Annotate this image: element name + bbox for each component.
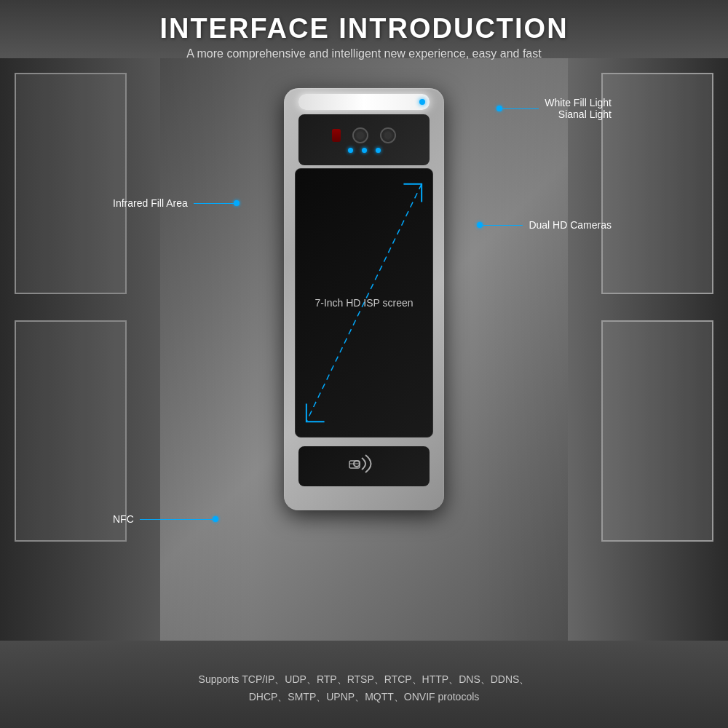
infrared-fill-label: Infrared Fill Area	[113, 197, 188, 209]
annotation-line-nfc	[140, 519, 213, 520]
white-fill-light-label-2: Sianal Light	[558, 108, 612, 120]
signal-dot	[419, 99, 425, 105]
sensor-area	[298, 114, 430, 165]
annotation-line-wfl	[502, 108, 539, 109]
device: 7-Inch HD ISP screen	[284, 88, 444, 510]
ir-sensor	[332, 129, 341, 142]
annotation-white-fill-light: White Fill Light Sianal Light	[451, 97, 612, 120]
main-screen: 7-Inch HD ISP screen	[295, 168, 433, 438]
white-fill-light-label-1: White Fill Light	[545, 97, 612, 108]
nfc-icon	[346, 451, 382, 482]
content-area: INTERFACE INTRODUCTION A more comprehens…	[0, 0, 728, 728]
ir-dot-3	[376, 148, 381, 153]
footer-line-2: DHCP、SMTP、UPNP、MQTT、ONVIF protocols	[0, 689, 728, 706]
title-section: INTERFACE INTRODUCTION A more comprehens…	[159, 13, 568, 60]
annotation-line-cam	[483, 225, 523, 226]
fill-light-bar	[298, 94, 430, 110]
annotation-dot-nfc	[213, 516, 218, 522]
footer-line-1: Supports TCP/IP、UDP、RTP、RTSP、RTCP、HTTP、D…	[0, 671, 728, 689]
dual-cameras-label: Dual HD Cameras	[529, 219, 612, 231]
ir-dot-1	[348, 148, 353, 153]
camera-lens-right	[380, 127, 396, 143]
ir-dots	[348, 148, 381, 153]
footer-protocols: Supports TCP/IP、UDP、RTP、RTSP、RTCP、HTTP、D…	[0, 671, 728, 706]
sensor-row	[332, 127, 396, 143]
nfc-label: NFC	[113, 513, 134, 525]
page-subtitle: A more comprehensive and intelligent new…	[159, 47, 568, 60]
diagram-area: 7-Inch HD ISP screen	[109, 74, 619, 598]
annotation-dot-ir	[234, 200, 240, 206]
screen-label: 7-Inch HD ISP screen	[314, 297, 413, 309]
annotation-infrared: Infrared Fill Area	[113, 197, 258, 209]
ir-dot-2	[362, 148, 367, 153]
page-title: INTERFACE INTRODUCTION	[159, 13, 568, 44]
camera-lens-left	[352, 127, 368, 143]
annotation-nfc: NFC	[113, 513, 251, 525]
annotation-cameras: Dual HD Cameras	[451, 219, 612, 231]
annotation-line-ir	[194, 203, 234, 204]
annotation-dot-cam	[477, 222, 483, 228]
nfc-area	[298, 446, 430, 486]
annotation-dot-wfl	[496, 106, 502, 111]
